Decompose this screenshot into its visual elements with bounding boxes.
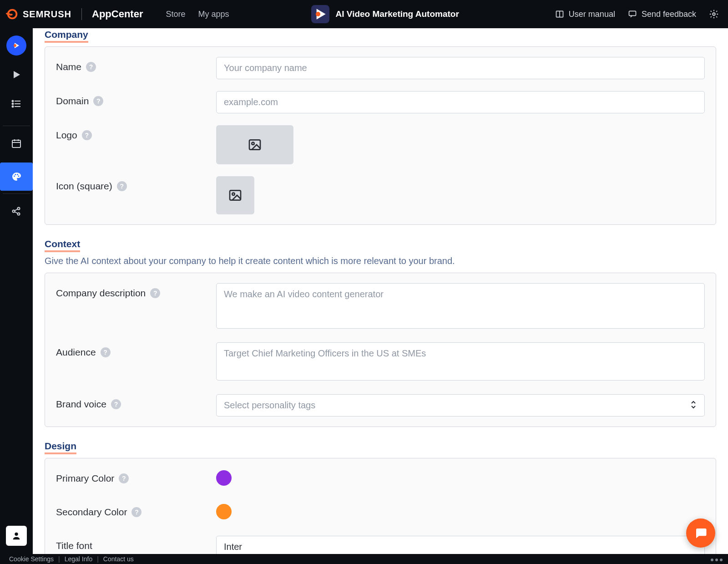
svg-rect-5 <box>629 11 636 15</box>
chat-icon <box>694 526 708 540</box>
company-panel: Name ? Domain ? Logo ? <box>45 46 716 225</box>
sidebar-item-videos[interactable] <box>6 65 26 85</box>
sidebar <box>0 28 33 554</box>
list-icon <box>11 98 22 109</box>
description-label: Company description <box>56 288 146 299</box>
title-font-label: Title font <box>56 540 92 551</box>
row-company-domain: Domain ? <box>56 91 705 113</box>
current-app-badge[interactable]: AI Video Marketing Automator <box>311 5 459 23</box>
help-icon[interactable]: ? <box>131 507 142 517</box>
user-icon <box>11 531 21 541</box>
company-heading: Company <box>45 29 88 43</box>
sidebar-item-calendar[interactable] <box>6 133 26 153</box>
dot-icon <box>715 559 718 561</box>
primary-color-label: Primary Color <box>56 473 114 484</box>
svg-point-6 <box>713 13 715 15</box>
primary-color-swatch[interactable] <box>216 470 232 486</box>
help-icon[interactable]: ? <box>150 288 160 298</box>
footer-cookie-settings[interactable]: Cookie Settings <box>9 555 54 563</box>
dot-icon <box>720 559 723 561</box>
user-manual-label: User manual <box>569 10 615 19</box>
svg-point-13 <box>12 101 14 102</box>
row-audience: Audience ? <box>56 342 705 382</box>
app-badge-icon <box>311 5 329 23</box>
svg-point-20 <box>14 176 15 177</box>
svg-point-33 <box>232 193 234 195</box>
sidebar-item-share[interactable] <box>6 201 26 221</box>
audience-input[interactable] <box>216 342 705 381</box>
brand[interactable]: SEMRUSH AppCenter <box>5 7 143 21</box>
send-feedback-label: Send feedback <box>642 10 696 19</box>
help-icon[interactable]: ? <box>117 181 127 191</box>
svg-point-29 <box>15 533 18 536</box>
book-icon <box>555 10 564 19</box>
gear-icon <box>709 9 719 19</box>
play-icon <box>11 69 22 80</box>
feedback-icon <box>628 10 637 19</box>
company-domain-input[interactable] <box>216 91 705 113</box>
nav-store[interactable]: Store <box>166 10 185 19</box>
more-menu-button[interactable] <box>711 559 723 561</box>
sidebar-item-brand[interactable] <box>0 163 33 191</box>
nav-my-apps[interactable]: My apps <box>198 10 229 19</box>
logo-upload[interactable] <box>216 125 293 164</box>
share-icon <box>11 206 22 217</box>
design-heading: Design <box>45 441 76 454</box>
help-icon[interactable]: ? <box>93 96 103 106</box>
topbar: SEMRUSH AppCenter Store My apps AI Video… <box>0 0 728 28</box>
brand-divider <box>81 8 82 20</box>
chat-button[interactable] <box>686 518 715 548</box>
image-icon <box>248 137 262 152</box>
semrush-logo-icon <box>5 7 19 21</box>
company-description-input[interactable] <box>216 283 705 329</box>
svg-marker-9 <box>14 71 20 78</box>
user-manual-link[interactable]: User manual <box>555 10 615 19</box>
play-circle-icon <box>11 40 22 51</box>
secondary-color-label: Secondary Color <box>56 507 127 518</box>
help-icon[interactable]: ? <box>82 130 92 140</box>
secondary-color-swatch[interactable] <box>216 504 232 519</box>
sidebar-account-button[interactable] <box>6 526 27 546</box>
svg-line-28 <box>15 212 18 213</box>
company-name-input[interactable] <box>216 57 705 79</box>
icon-upload[interactable] <box>216 176 254 214</box>
settings-button[interactable] <box>709 9 719 19</box>
row-secondary-color: Secondary Color ? <box>56 502 705 524</box>
icon-label: Icon (square) <box>56 181 112 192</box>
calendar-icon <box>11 138 22 149</box>
appcenter-label[interactable]: AppCenter <box>92 8 143 20</box>
footer-legal-info[interactable]: Legal Info <box>65 555 93 563</box>
footer-contact-us[interactable]: Contact us <box>103 555 134 563</box>
svg-rect-16 <box>12 140 20 147</box>
svg-point-31 <box>252 142 254 145</box>
audience-label: Audience <box>56 347 96 358</box>
logo-label: Logo <box>56 130 77 141</box>
svg-line-27 <box>15 209 18 211</box>
help-icon[interactable]: ? <box>111 399 121 409</box>
help-icon[interactable]: ? <box>101 347 111 357</box>
sidebar-separator-2 <box>3 193 30 194</box>
topbar-right: User manual Send feedback <box>555 9 719 19</box>
design-panel: Primary Color ? Secondary Color ? Title … <box>45 458 716 554</box>
image-icon <box>228 188 243 203</box>
domain-label: Domain <box>56 96 89 107</box>
svg-point-23 <box>18 176 20 177</box>
sidebar-item-list[interactable] <box>6 94 26 114</box>
row-primary-color: Primary Color ? <box>56 468 705 490</box>
help-icon[interactable]: ? <box>119 473 129 483</box>
brand-voice-select[interactable]: Select personality tags <box>216 394 705 417</box>
brand-voice-label: Brand voice <box>56 399 106 410</box>
sidebar-separator <box>3 126 30 126</box>
svg-point-15 <box>12 106 14 107</box>
svg-point-22 <box>17 174 18 175</box>
help-icon[interactable]: ? <box>86 62 96 72</box>
svg-point-14 <box>12 103 14 105</box>
context-panel: Company description ? Audience ? Brand v… <box>45 273 716 427</box>
sidebar-app-icon[interactable] <box>6 36 26 56</box>
context-subtitle: Give the AI context about your company t… <box>45 256 716 266</box>
send-feedback-link[interactable]: Send feedback <box>628 10 696 19</box>
title-font-select[interactable]: Inter <box>216 536 705 554</box>
row-company-logo: Logo ? <box>56 125 705 164</box>
row-company-name: Name ? <box>56 57 705 79</box>
row-company-icon: Icon (square) ? <box>56 176 705 214</box>
